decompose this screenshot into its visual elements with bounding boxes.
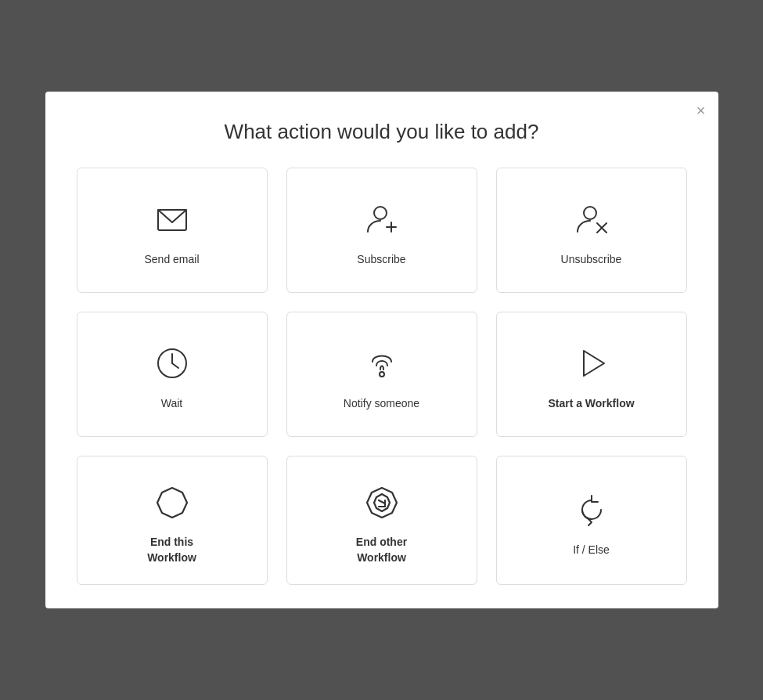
svg-marker-10 xyxy=(157,488,187,518)
action-label-end-this-workflow: End thisWorkflow xyxy=(147,535,196,565)
notify-icon xyxy=(360,341,404,385)
unsubscribe-icon xyxy=(570,197,614,241)
end-this-icon xyxy=(150,480,194,524)
modal-title: What action would you like to add? xyxy=(77,120,687,144)
action-label-start-a-workflow: Start a Workflow xyxy=(548,396,634,412)
action-card-unsubscribe[interactable]: Unsubscribe xyxy=(496,168,687,293)
action-label-if-else: If / Else xyxy=(573,543,610,558)
action-label-subscribe: Subscribe xyxy=(357,252,405,268)
action-card-if-else[interactable]: If / Else xyxy=(496,456,687,585)
modal-dialog: × What action would you like to add? Sen… xyxy=(45,92,718,608)
modal-header: What action would you like to add? xyxy=(45,92,718,160)
svg-line-13 xyxy=(379,500,385,503)
action-card-notify-someone[interactable]: Notify someone xyxy=(286,312,477,437)
action-card-subscribe[interactable]: Subscribe xyxy=(286,168,477,293)
email-icon xyxy=(150,197,194,241)
end-other-icon xyxy=(360,480,404,524)
svg-point-4 xyxy=(584,207,596,219)
start-workflow-icon xyxy=(570,341,614,385)
action-label-unsubscribe: Unsubscribe xyxy=(561,252,622,268)
close-button[interactable]: × xyxy=(696,103,706,118)
action-card-end-other-workflow[interactable]: End otherWorkflow xyxy=(286,456,477,585)
action-card-wait[interactable]: Wait xyxy=(77,312,268,437)
subscribe-icon xyxy=(360,197,404,241)
svg-point-8 xyxy=(380,372,384,377)
action-label-wait: Wait xyxy=(161,396,182,412)
actions-grid: Send email Subscribe xyxy=(77,168,687,585)
action-label-send-email: Send email xyxy=(144,252,199,268)
action-card-send-email[interactable]: Send email xyxy=(77,168,268,293)
action-card-start-a-workflow[interactable]: Start a Workflow xyxy=(496,312,687,437)
action-label-end-other-workflow: End otherWorkflow xyxy=(356,535,407,565)
action-label-notify-someone: Notify someone xyxy=(344,396,419,412)
svg-point-1 xyxy=(374,207,387,219)
svg-marker-9 xyxy=(584,351,604,376)
modal-body: Send email Subscribe xyxy=(45,160,718,608)
clock-icon xyxy=(150,341,194,385)
if-else-icon xyxy=(570,488,614,532)
action-card-end-this-workflow[interactable]: End thisWorkflow xyxy=(77,456,268,585)
